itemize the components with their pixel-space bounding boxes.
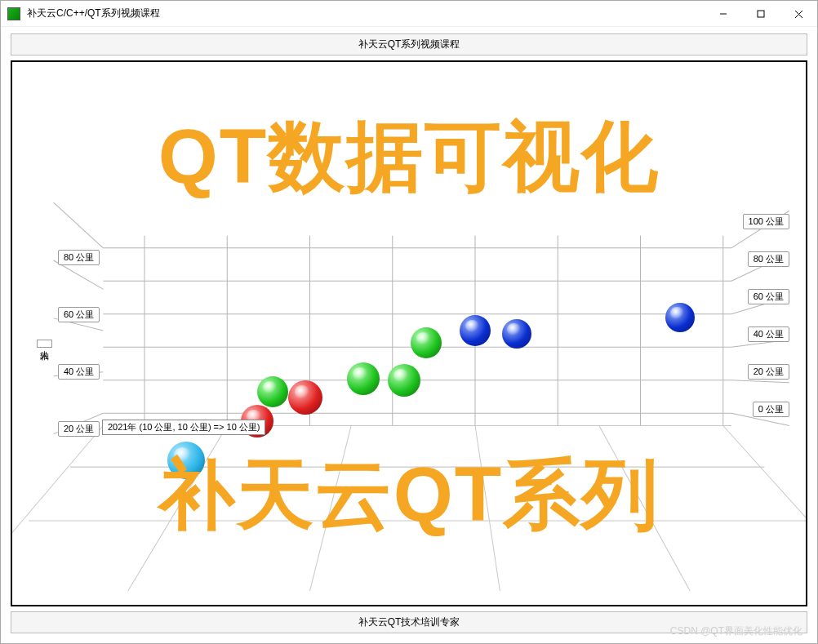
titlebar[interactable]: 补天云C/C++/QT系列视频课程 (1, 1, 817, 27)
overlay-text-1: QT数据可视化 (12, 116, 806, 198)
svg-line-27 (731, 380, 789, 383)
window-controls (705, 1, 817, 27)
data-point-red-2[interactable] (288, 380, 322, 415)
data-point-blue-2[interactable] (502, 319, 531, 349)
data-point-blue-3[interactable] (665, 303, 695, 332)
data-point-green-2[interactable] (347, 362, 380, 395)
minimize-button[interactable] (705, 1, 742, 27)
svg-rect-1 (758, 11, 764, 17)
maximize-button[interactable] (742, 1, 780, 27)
close-button[interactable] (780, 1, 817, 27)
data-point-green-1[interactable] (257, 376, 288, 407)
y-right-tick-1: 20 公里 (748, 364, 789, 380)
point-tooltip: 2021年 (10 公里, 10 公里) => 10 公里) (102, 420, 265, 435)
y-axis-title: 轴人 (37, 340, 52, 348)
y-right-tick-0: 0 公里 (753, 402, 789, 417)
svg-line-18 (54, 202, 104, 248)
data-point-blue-1[interactable] (460, 315, 491, 346)
chart-frame[interactable]: 20 公里 40 公里 60 公里 80 公里 轴人 0 公里 20 公里 40… (11, 60, 807, 606)
y-left-tick-3: 80 公里 (58, 250, 100, 265)
app-icon (7, 7, 20, 20)
y-right-tick-3: 60 公里 (748, 289, 789, 304)
y-right-tick-4: 80 公里 (748, 251, 789, 267)
top-panel-button[interactable]: 补天云QT系列视频课程 (11, 33, 807, 56)
content-area: 补天云QT系列视频课程 (1, 27, 817, 637)
y-right-tick-2: 40 公里 (748, 326, 789, 342)
watermark: CSDN @QT界面美化性能优化 (670, 624, 802, 638)
overlay-text-2: 补天云QT系列 (12, 454, 806, 535)
y-right-tick-5: 100 公里 (743, 214, 789, 229)
window-title: 补天云C/C++/QT系列视频课程 (27, 7, 160, 20)
y-left-tick-0: 20 公里 (58, 421, 100, 437)
y-left-tick-1: 40 公里 (58, 364, 100, 380)
data-point-green-4[interactable] (411, 327, 442, 358)
app-window: 补天云C/C++/QT系列视频课程 补天云QT系列视频课程 (0, 0, 818, 644)
y-left-tick-2: 60 公里 (58, 307, 100, 322)
data-point-green-3[interactable] (388, 364, 420, 397)
